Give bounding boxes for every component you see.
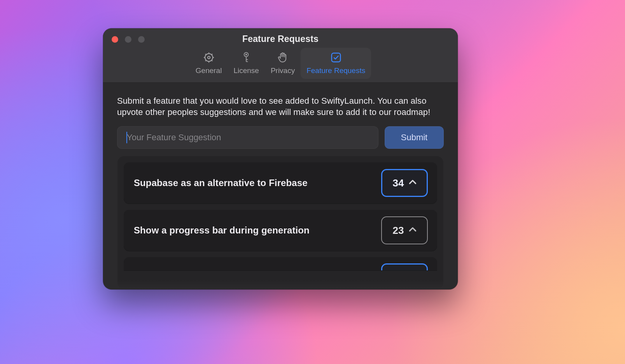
request-card: [124, 257, 437, 270]
tab-general[interactable]: General: [190, 48, 228, 79]
checkbox-icon: [330, 51, 342, 64]
tab-label: License: [233, 66, 259, 75]
tab-label: Privacy: [271, 66, 295, 75]
svg-point-11: [246, 54, 247, 55]
request-card: Supabase as an alternative to Firebase 3…: [124, 162, 437, 204]
preferences-window: Feature Requests: [103, 28, 458, 289]
tab-license[interactable]: License: [228, 48, 265, 79]
submit-row: Submit: [117, 126, 444, 149]
svg-point-0: [205, 54, 213, 61]
content-body: Submit a feature that you would love to …: [103, 83, 458, 289]
suggestion-field-wrap: [117, 126, 378, 149]
request-card: Show a progress bar during generation 23: [124, 210, 437, 251]
request-title: Show a progress bar during generation: [134, 225, 310, 236]
suggestion-input[interactable]: [117, 126, 378, 149]
svg-line-7: [212, 60, 212, 61]
hand-icon: [277, 51, 288, 64]
upvote-button[interactable]: 34: [381, 169, 428, 197]
toolbar-tabs: General License: [103, 48, 458, 79]
tab-feature-requests[interactable]: Feature Requests: [301, 48, 371, 79]
vote-count: 34: [393, 177, 404, 189]
chevron-up-icon: [408, 225, 418, 236]
text-caret: [126, 132, 127, 143]
tab-privacy[interactable]: Privacy: [265, 48, 301, 79]
upvote-button[interactable]: [381, 263, 428, 270]
tab-label: General: [196, 66, 222, 75]
window-title: Feature Requests: [103, 34, 458, 44]
upvote-button[interactable]: 23: [381, 216, 428, 244]
vote-count: 23: [393, 225, 404, 237]
svg-point-1: [207, 56, 210, 59]
gear-icon: [203, 51, 215, 64]
desktop-background: Feature Requests: [0, 0, 625, 364]
svg-rect-12: [331, 53, 340, 62]
request-title: Supabase as an alternative to Firebase: [134, 178, 308, 188]
svg-line-6: [205, 54, 206, 55]
intro-text: Submit a feature that you would love to …: [117, 95, 444, 118]
key-icon: [241, 51, 251, 64]
titlebar: Feature Requests: [103, 28, 458, 83]
requests-list: Supabase as an alternative to Firebase 3…: [117, 156, 444, 289]
chevron-up-icon: [408, 177, 418, 189]
svg-line-9: [212, 54, 212, 55]
svg-line-8: [205, 60, 206, 61]
submit-button[interactable]: Submit: [385, 126, 444, 149]
tab-label: Feature Requests: [306, 66, 365, 75]
